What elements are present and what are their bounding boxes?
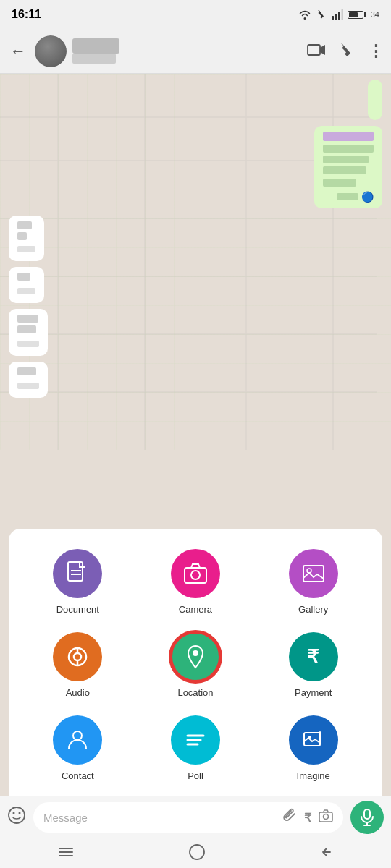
- attach-payment[interactable]: ₹ Payment: [258, 632, 368, 698]
- svg-point-27: [73, 731, 82, 740]
- imagine-circle: [289, 715, 338, 765]
- menu-button[interactable]: ⋮: [368, 42, 384, 61]
- document-circle: [53, 549, 102, 598]
- svg-rect-2: [338, 12, 340, 20]
- signal-icon: [332, 9, 343, 20]
- nav-bar: [0, 839, 391, 868]
- contact-name: hkl r ol: [72, 38, 301, 54]
- attach-button[interactable]: [282, 808, 297, 827]
- phone-button[interactable]: [339, 42, 355, 61]
- contact-info[interactable]: hkl r ol hkpx p xl: [72, 38, 301, 64]
- message-received-2: [9, 267, 44, 303]
- svg-point-34: [13, 812, 15, 814]
- header-actions: ⋮: [307, 42, 384, 61]
- battery-level: 34: [371, 10, 379, 19]
- message-received-1: [9, 216, 44, 261]
- message-container: 🔵: [9, 80, 382, 404]
- svg-point-23: [74, 653, 81, 660]
- message-received-3: [9, 309, 48, 356]
- attach-contact[interactable]: Contact: [23, 715, 133, 781]
- attach-camera[interactable]: Camera: [141, 549, 251, 615]
- message-received-4: [9, 362, 48, 398]
- audio-label: Audio: [66, 687, 90, 698]
- attach-imagine[interactable]: Imagine: [258, 715, 368, 781]
- imagine-label: Imagine: [297, 770, 330, 781]
- avatar-image: [35, 35, 67, 67]
- sender-name: [323, 132, 374, 141]
- svg-point-35: [19, 812, 21, 814]
- attach-audio[interactable]: Audio: [23, 632, 133, 698]
- location-label: Location: [177, 687, 213, 698]
- location-circle: [171, 632, 220, 681]
- call-icon: [316, 9, 327, 20]
- attach-gallery[interactable]: Gallery: [258, 549, 368, 615]
- svg-rect-4: [308, 45, 320, 55]
- contact-circle: [53, 715, 102, 765]
- poll-label: Poll: [188, 770, 203, 781]
- payment-label: Payment: [295, 687, 332, 698]
- attach-location[interactable]: Location: [141, 632, 251, 698]
- nav-home-button[interactable]: [57, 845, 75, 863]
- svg-rect-38: [364, 809, 370, 819]
- poll-circle: [171, 715, 220, 765]
- svg-point-44: [190, 845, 204, 859]
- bottom-bar: Message ₹: [0, 796, 391, 839]
- rupee-button[interactable]: ₹: [304, 811, 311, 825]
- document-label: Document: [56, 604, 99, 615]
- gallery-label: Gallery: [298, 604, 328, 615]
- message-input-container: Message ₹: [33, 802, 343, 833]
- mic-button[interactable]: [350, 801, 384, 834]
- camera-circle: [171, 549, 220, 598]
- wifi-icon: [298, 9, 311, 20]
- status-time: 16:11: [12, 8, 41, 21]
- camera-input-button[interactable]: [319, 809, 333, 826]
- emoji-button[interactable]: [7, 806, 26, 829]
- attach-document[interactable]: Document: [23, 549, 133, 615]
- back-button[interactable]: ←: [7, 39, 29, 64]
- svg-point-19: [191, 571, 200, 579]
- payment-circle: ₹: [289, 632, 338, 681]
- message-sent-1: 🔵: [314, 126, 382, 208]
- nav-back-button[interactable]: [319, 845, 334, 863]
- camera-label: Camera: [179, 604, 212, 615]
- svg-point-26: [193, 650, 198, 656]
- attachment-panel: Document Camera Gallery: [9, 529, 382, 796]
- svg-rect-0: [332, 16, 334, 20]
- attach-poll[interactable]: Poll: [141, 715, 251, 781]
- message-partial-top: [368, 80, 382, 120]
- contact-label: Contact: [62, 770, 94, 781]
- svg-point-37: [324, 814, 329, 819]
- nav-home-circle[interactable]: [189, 844, 205, 864]
- video-call-button[interactable]: [307, 43, 326, 60]
- battery-icon: [348, 11, 366, 19]
- status-icons: 34: [298, 9, 379, 20]
- svg-point-32: [308, 736, 311, 739]
- chat-area: 🔵: [0, 74, 391, 450]
- contact-status: hkpx p xl: [72, 54, 301, 64]
- svg-rect-1: [335, 14, 337, 20]
- svg-rect-3: [341, 9, 343, 20]
- status-bar: 16:11 34: [0, 0, 391, 29]
- avatar[interactable]: [35, 35, 67, 67]
- gallery-circle: [289, 549, 338, 598]
- chat-header: ← hkl r ol hkpx p xl ⋮: [0, 29, 391, 74]
- audio-circle: [53, 632, 102, 681]
- attach-grid: Document Camera Gallery: [23, 549, 368, 781]
- svg-point-33: [9, 807, 25, 823]
- svg-rect-20: [303, 566, 324, 582]
- message-placeholder[interactable]: Message: [43, 812, 275, 824]
